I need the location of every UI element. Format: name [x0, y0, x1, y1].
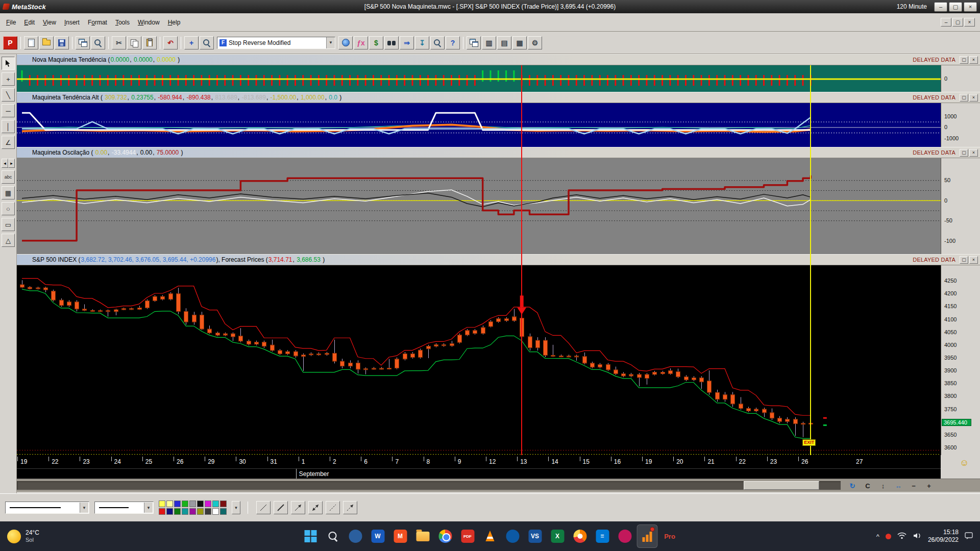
metastock-active-button[interactable] [637, 524, 658, 548]
menu-view[interactable]: View [39, 17, 60, 28]
power-console-button[interactable]: P [3, 36, 17, 49]
ray-line-button[interactable] [343, 501, 357, 514]
tile-horizontal-button[interactable]: ▤ [497, 36, 511, 49]
clock[interactable]: 15:18 26/09/2022 [928, 529, 959, 544]
layouts-button[interactable] [76, 36, 90, 49]
panel-3-scale[interactable]: 500-50-100 [941, 158, 980, 254]
dropdown-arrow-icon[interactable]: ▼ [80, 503, 88, 513]
menu-edit[interactable]: Edit [20, 17, 39, 28]
print-preview-button[interactable] [91, 36, 105, 49]
panel-1-plot[interactable] [17, 65, 941, 92]
run-button[interactable]: ⇒ [400, 36, 414, 49]
vertical-line-tool[interactable]: │ [2, 120, 15, 133]
panel-close-button[interactable]: × [969, 149, 978, 157]
panel-1-scale[interactable]: 0 [941, 65, 980, 92]
media-button[interactable] [615, 524, 635, 548]
palette-color[interactable] [197, 500, 204, 507]
trendline-tool[interactable]: ╲ [2, 88, 15, 102]
panel-restore-button[interactable]: ▢ [960, 94, 968, 102]
dashed-line-button[interactable] [326, 501, 340, 514]
paste-button[interactable] [142, 36, 157, 49]
cut-button[interactable]: ✂ [112, 36, 126, 49]
line-style-select[interactable]: ▼ [5, 502, 89, 514]
browser-button[interactable] [570, 524, 591, 548]
palette-color[interactable] [205, 508, 211, 515]
chrome-button[interactable] [435, 524, 456, 548]
vlc-button[interactable] [480, 524, 501, 548]
maximize-button[interactable]: ▢ [949, 2, 962, 12]
palette-color[interactable] [212, 500, 219, 507]
panel-close-button[interactable]: × [969, 56, 978, 64]
tray-app-icon[interactable] [886, 534, 891, 539]
palette-color[interactable] [166, 508, 173, 515]
search-button[interactable] [323, 524, 344, 548]
help-button[interactable]: ? [446, 36, 460, 49]
metastock-orange-button[interactable]: M [390, 524, 411, 548]
date-axis-strip[interactable]: 1922232425262930311267891213141516192021… [17, 455, 941, 468]
globe-button[interactable] [338, 36, 353, 49]
open-chart-button[interactable] [39, 36, 54, 49]
menu-format[interactable]: Format [84, 17, 111, 28]
horizontal-line-tool[interactable]: ─ [2, 104, 15, 117]
menu-tools[interactable]: Tools [111, 17, 134, 28]
palette-dropdown-button[interactable]: ▼ [232, 501, 240, 514]
ellipse-tool[interactable]: ○ [2, 202, 15, 215]
refresh-button[interactable]: ↻ [846, 481, 859, 491]
palette-color[interactable] [220, 508, 227, 515]
undo-button[interactable]: ↶ [163, 36, 178, 49]
system-select[interactable]: FStop Reverse Modified▼ [217, 37, 335, 49]
explorer-button[interactable] [430, 36, 445, 49]
palette-color[interactable] [182, 508, 188, 515]
menu-file[interactable]: File [2, 17, 20, 28]
zoom-in-button[interactable]: + [922, 481, 936, 491]
calculator-button[interactable]: = [592, 524, 613, 548]
compress-button[interactable]: C [861, 481, 874, 491]
new-chart-button[interactable] [24, 36, 38, 49]
tray-expand-icon[interactable]: ^ [876, 533, 879, 540]
edge-button[interactable] [502, 524, 523, 548]
panel-2-plot[interactable] [17, 103, 941, 147]
scroll-right-button[interactable]: ▸ [8, 159, 15, 168]
palette-color[interactable] [212, 508, 219, 515]
palette-color[interactable] [197, 508, 204, 515]
dropdown-arrow-icon[interactable]: ▼ [144, 503, 153, 513]
palette-color[interactable] [220, 500, 227, 507]
pdf-button[interactable]: PDF [457, 524, 478, 548]
double-arrow-line-button[interactable] [308, 501, 323, 514]
panel-restore-button[interactable]: ▢ [960, 256, 968, 264]
trendline-thick-button[interactable] [274, 501, 288, 514]
wifi-icon[interactable] [897, 532, 906, 541]
palette-color[interactable] [159, 508, 165, 515]
menu-window[interactable]: Window [134, 17, 164, 28]
fit-vertical-button[interactable]: ↕ [876, 481, 890, 491]
triangle-tool[interactable]: △ [2, 234, 15, 247]
scrollbar-thumb[interactable] [744, 481, 819, 490]
widgets-button[interactable] [345, 524, 366, 548]
scroll-left-button[interactable]: ◂ [2, 159, 8, 168]
grid-tool[interactable]: ▦ [2, 186, 15, 199]
palette-color[interactable] [189, 508, 196, 515]
menu-insert[interactable]: Insert [60, 17, 84, 28]
arrow-line-button[interactable] [291, 501, 305, 514]
panel-close-button[interactable]: × [969, 256, 978, 264]
feedback-smiley-button[interactable]: ☺ [960, 458, 969, 467]
rectangle-tool[interactable]: ▭ [2, 218, 15, 231]
panel-restore-button[interactable]: ▢ [960, 149, 968, 157]
window-options-button[interactable]: ⚙ [528, 36, 542, 49]
child-close-button[interactable]: × [964, 18, 975, 27]
copy-button[interactable] [127, 36, 141, 49]
start-button[interactable] [300, 524, 321, 548]
palette-color[interactable] [174, 500, 181, 507]
palette-color[interactable] [205, 500, 211, 507]
palette-color[interactable] [174, 508, 181, 515]
menu-help[interactable]: Help [164, 17, 185, 28]
horizontal-scrollbar[interactable] [17, 481, 841, 490]
palette-color[interactable] [189, 500, 196, 507]
text-tool[interactable]: abc [2, 170, 15, 184]
save-chart-button[interactable] [55, 36, 69, 49]
word-button[interactable]: W [368, 524, 388, 548]
crosshair-button[interactable]: + [184, 36, 199, 49]
child-restore-button[interactable]: ▢ [952, 18, 963, 27]
close-button[interactable]: × [964, 2, 977, 12]
palette-color[interactable] [159, 500, 165, 507]
